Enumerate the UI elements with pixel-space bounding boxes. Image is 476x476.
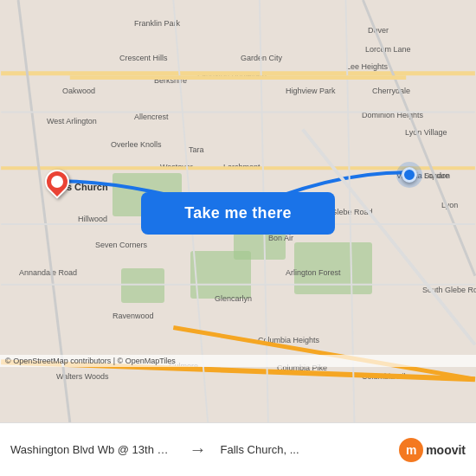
app-container: Franklin ParkCrescent HillsOakwoodBerksh… (0, 0, 476, 476)
destination-label: Falls Church, ... (221, 443, 386, 456)
route-arrow: → (183, 440, 214, 460)
park-5 (294, 242, 372, 294)
moovit-brand-text: moovit (426, 443, 466, 457)
moovit-logo: m moovit (399, 438, 466, 462)
moovit-icon: m (399, 438, 423, 462)
destination-text-area: Falls Church, ... (221, 443, 386, 456)
origin-text-area: Washington Blvd Wb @ 13th St N ... (10, 443, 176, 456)
origin-label: Washington Blvd Wb @ 13th St N ... (10, 443, 176, 456)
destination-marker (402, 167, 417, 183)
park-3 (121, 268, 164, 303)
park-4 (190, 251, 251, 299)
map-attribution: © OpenStreetMap contributors | © OpenMap… (0, 355, 476, 367)
map-area: Franklin ParkCrescent HillsOakwoodBerksh… (0, 0, 476, 422)
take-me-there-button[interactable]: Take me there (141, 192, 335, 235)
info-bar: Washington Blvd Wb @ 13th St N ... → Fal… (0, 422, 476, 476)
origin-marker (45, 170, 69, 194)
